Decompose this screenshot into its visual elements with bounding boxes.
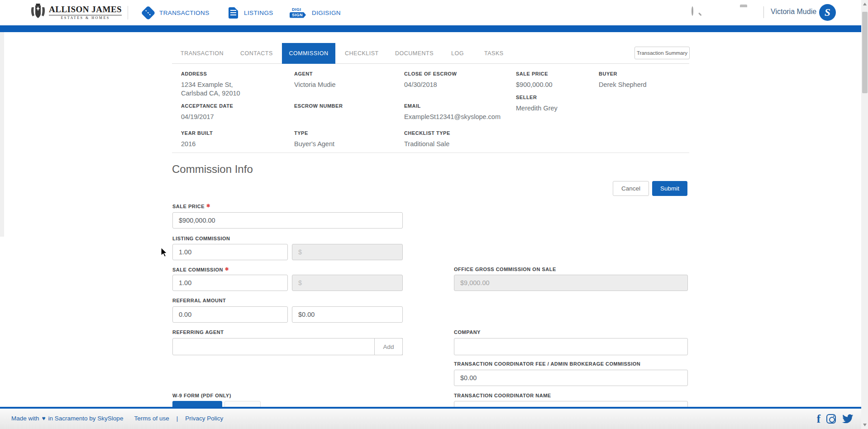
top-nav: ALLISON JAMES ESTATES & HOMES TRANSACTIO… (0, 0, 861, 25)
mouse-cursor (161, 248, 168, 257)
field-label: CHECKLIST TYPE (404, 130, 450, 136)
nav-digisign-label: DIGISIGN (312, 10, 341, 16)
user-menu[interactable]: Victoria Mudie (771, 8, 816, 16)
sale-price-input[interactable] (172, 212, 403, 229)
field-label: TYPE (294, 130, 308, 136)
twitter-icon[interactable] (842, 414, 854, 424)
field-label: BUYER (599, 71, 617, 76)
footer-made-with: Made with (11, 415, 39, 422)
sale-commission-dollar-input (292, 275, 403, 291)
transaction-summary-button[interactable]: Transaction Summary (634, 47, 690, 59)
field-label: CLOSE OF ESCROW (404, 71, 457, 76)
company-label: COMPANY (454, 329, 481, 335)
brand-tagline: ESTATES & HOMES (49, 15, 122, 20)
tab-log[interactable]: LOG (451, 43, 464, 64)
sale-price-label: SALE PRICE✱ (172, 203, 210, 209)
tc-fee-label: TRANSACTION COORDINATOR FEE / ADMIN BROK… (454, 361, 640, 367)
office-gross-input (454, 275, 688, 291)
submit-button[interactable]: Submit (652, 181, 687, 196)
field-value: Buyer's Agent (294, 140, 334, 148)
field-label: SALE PRICE (516, 71, 548, 76)
footer: Made with ♥ in Sacramento by SkySlope Te… (0, 407, 868, 429)
transaction-tabs: TRANSACTION CONTACTS COMMISSION CHECKLIS… (172, 43, 689, 64)
field-value: Victoria Mudie (294, 81, 336, 88)
nav-transactions-label: TRANSACTIONS (159, 10, 210, 16)
tc-name-label: TRANSACTION COORDINATOR NAME (454, 393, 551, 398)
field-value: Derek Shepherd (599, 81, 647, 88)
nav-listings[interactable]: LISTINGS (229, 0, 273, 25)
nav-transactions[interactable]: TRANSACTIONS (143, 0, 210, 25)
tab-commission[interactable]: COMMISSION (282, 43, 335, 64)
left-edge-panel (0, 32, 4, 237)
facebook-icon[interactable]: f (817, 413, 820, 424)
tab-tasks[interactable]: TASKS (484, 43, 504, 64)
listing-commission-dollar-input (292, 244, 403, 260)
field-value: 04/30/2018 (404, 81, 437, 88)
field-label: AGENT (294, 71, 313, 76)
field-label: ESCROW NUMBER (294, 103, 343, 109)
referral-amount-dollar-input[interactable] (292, 306, 403, 323)
company-input[interactable] (454, 338, 688, 355)
tc-fee-input[interactable] (454, 370, 688, 386)
header-divider (128, 6, 128, 19)
referring-agent-input[interactable] (172, 338, 403, 355)
office-gross-label: OFFICE GROSS COMMISSION ON SALE (454, 267, 556, 272)
footer-tagline: in Sacramento by SkySlope (48, 415, 124, 422)
field-value: ExampleSt12341@skyslope.com (404, 113, 501, 120)
heart-icon: ♥ (42, 415, 46, 422)
field-value: 2016 (181, 140, 196, 148)
digisign-icon: DIGI SIGN (290, 8, 306, 18)
cancel-button[interactable]: Cancel (613, 181, 649, 196)
referral-amount-input[interactable] (172, 306, 288, 323)
referral-amount-label: REFERRAL AMOUNT (172, 298, 226, 303)
field-value: 1234 Example St, (181, 81, 233, 88)
field-label: SELLER (516, 95, 537, 100)
field-label: ACCEPTANCE DATE (181, 103, 233, 109)
field-label: ADDRESS (181, 71, 207, 76)
skyslope-app: ALLISON JAMES ESTATES & HOMES TRANSACTIO… (0, 0, 868, 429)
add-referring-agent-button[interactable]: Add (374, 338, 403, 355)
transactions-icon (141, 5, 156, 20)
required-marker: ✱ (206, 203, 210, 208)
sale-commission-input[interactable] (172, 275, 288, 291)
field-value: Meredith Grey (516, 105, 558, 112)
tab-transaction[interactable]: TRANSACTION (181, 43, 224, 64)
scrollbar-thumb[interactable] (862, 12, 868, 93)
referring-agent-label: REFERRING AGENT (172, 329, 224, 335)
page-title: Commission Info (172, 163, 253, 176)
header-accent-bar (0, 25, 861, 32)
user-divider (763, 6, 764, 18)
terms-of-use-link[interactable]: Terms of use (134, 415, 169, 422)
nav-listings-label: LISTINGS (244, 10, 273, 16)
field-value: 04/19/2017 (181, 113, 214, 120)
footer-separator: | (176, 415, 178, 422)
nav-digisign[interactable]: DIGI SIGN DIGISIGN (290, 0, 341, 25)
listings-icon (229, 7, 238, 19)
crest-icon (30, 3, 46, 22)
skyslope-logo[interactable]: S (819, 4, 836, 21)
brand-name: ALLISON JAMES (49, 5, 122, 14)
tab-checklist[interactable]: CHECKLIST (345, 43, 379, 64)
instagram-icon[interactable] (826, 414, 836, 424)
field-label: EMAIL (404, 103, 421, 109)
privacy-policy-link[interactable]: Privacy Policy (185, 415, 223, 422)
listing-commission-label: LISTING COMMISSION (172, 236, 230, 241)
tab-documents[interactable]: DOCUMENTS (395, 43, 434, 64)
brand-text: ALLISON JAMES ESTATES & HOMES (49, 5, 122, 20)
scrollbar-up-arrow[interactable] (863, 3, 867, 5)
section-divider (172, 153, 689, 153)
tab-contacts[interactable]: CONTACTS (240, 43, 273, 64)
w9-form-label: W-9 FORM (PDF ONLY) (172, 393, 231, 398)
field-value: Traditional Sale (404, 140, 449, 148)
required-marker: ✱ (225, 267, 229, 272)
search-icon[interactable] (692, 7, 693, 15)
scrollbar[interactable] (861, 0, 868, 429)
sale-commission-label: SALE COMMISSION✱ (172, 267, 229, 272)
listing-commission-input[interactable] (172, 244, 288, 260)
field-value: $900,000.00 (516, 81, 553, 88)
field-value: Carlsbad CA, 92010 (181, 90, 240, 97)
brand-logo[interactable]: ALLISON JAMES ESTATES & HOMES (30, 3, 122, 22)
field-label: YEAR BUILT (181, 130, 213, 136)
scrollbar-down-arrow[interactable] (863, 424, 867, 426)
